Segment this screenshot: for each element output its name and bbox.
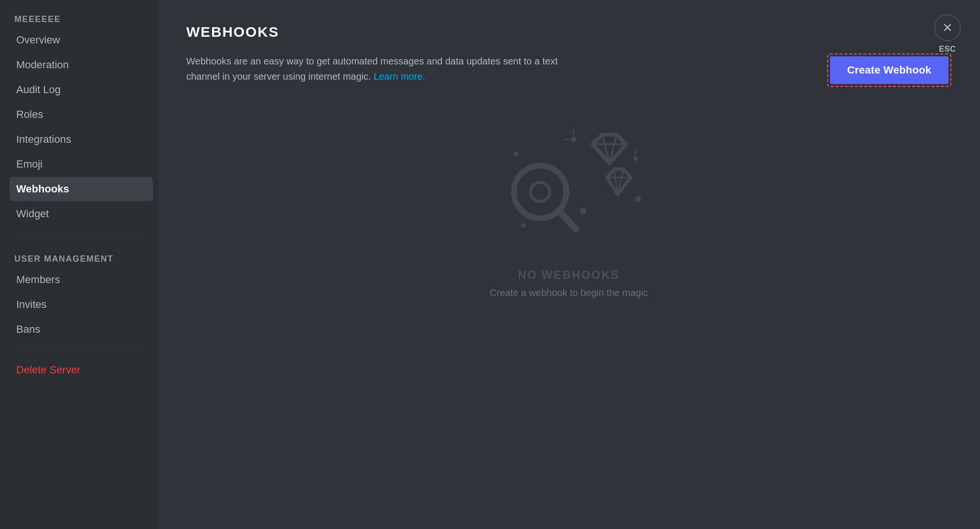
create-webhook-button[interactable]: Create Webhook (830, 56, 948, 84)
svg-point-16 (521, 223, 526, 228)
sidebar-item-invites[interactable]: Invites (10, 293, 153, 317)
sidebar-item-audit-log[interactable]: Audit Log (10, 78, 153, 102)
sidebar-section-user-management: USER MANAGEMENT (10, 254, 153, 264)
empty-state-subtitle: Create a webhook to begin the magic (490, 287, 648, 298)
empty-state: NO WEBHOOKS Create a webhook to begin th… (186, 116, 951, 298)
svg-point-11 (571, 137, 576, 142)
sidebar: MEEEEEE Overview Moderation Audit Log Ro… (0, 0, 158, 529)
svg-line-2 (560, 212, 576, 229)
esc-label: ESC (939, 45, 956, 53)
svg-point-14 (514, 151, 519, 156)
svg-point-15 (635, 196, 641, 202)
create-webhook-dashed-border: Create Webhook (827, 53, 951, 87)
sidebar-item-webhooks[interactable]: Webhooks (10, 177, 153, 201)
main-content: WEBHOOKS Webhooks are an easy way to get… (158, 0, 980, 529)
svg-point-12 (633, 156, 638, 161)
sidebar-item-members[interactable]: Members (10, 268, 153, 292)
svg-marker-3 (593, 135, 626, 163)
webhooks-illustration (492, 116, 645, 249)
sidebar-item-integrations[interactable]: Integrations (10, 127, 153, 151)
sidebar-item-delete-server[interactable]: Delete Server (10, 358, 153, 382)
description-text: Webhooks are an easy way to get automate… (186, 53, 568, 84)
sidebar-item-roles[interactable]: Roles (10, 103, 153, 127)
svg-point-1 (531, 182, 550, 201)
page-title: WEBHOOKS (186, 24, 951, 40)
empty-state-title: NO WEBHOOKS (518, 268, 619, 282)
learn-more-link[interactable]: Learn more. (373, 71, 425, 82)
description-row: Webhooks are an easy way to get automate… (186, 53, 951, 87)
sidebar-divider-2 (14, 350, 148, 350)
close-button[interactable]: ✕ (934, 14, 961, 41)
sidebar-item-moderation[interactable]: Moderation (10, 53, 153, 77)
svg-point-13 (580, 208, 586, 214)
close-area: ✕ ESC (934, 14, 961, 53)
sidebar-item-overview[interactable]: Overview (10, 28, 153, 52)
sidebar-item-bans[interactable]: Bans (10, 317, 153, 341)
sidebar-item-emoji[interactable]: Emoji (10, 152, 153, 176)
sidebar-item-widget[interactable]: Widget (10, 202, 153, 226)
sidebar-divider-1 (14, 234, 148, 235)
sidebar-section-meeeeee: MEEEEEE (10, 14, 153, 24)
create-webhook-wrapper: Create Webhook (827, 53, 951, 87)
